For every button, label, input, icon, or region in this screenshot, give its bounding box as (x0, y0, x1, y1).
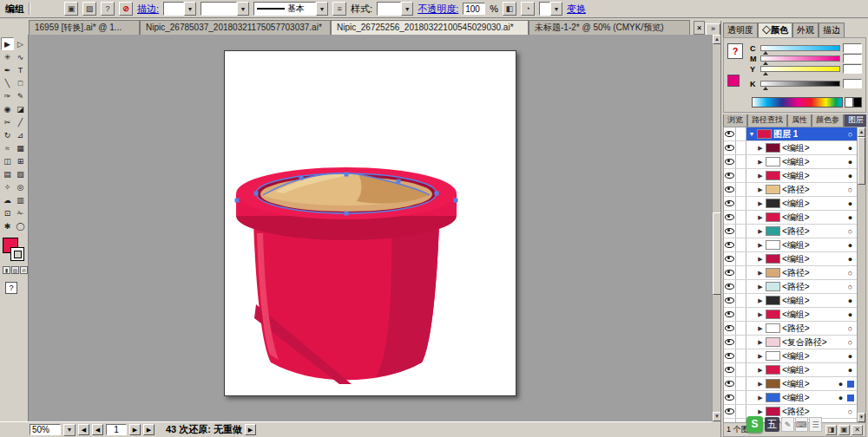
disclosure-triangle-icon[interactable]: ▶ (757, 145, 764, 152)
visibility-cell[interactable] (724, 391, 736, 404)
layer-content[interactable]: ▶<编组>● (746, 141, 857, 154)
first-artboard-button[interactable]: ◀ (78, 424, 89, 435)
stroke-weight-combo[interactable]: ▼ (163, 2, 196, 16)
current-color-swatch[interactable] (727, 75, 740, 87)
help-icon[interactable]: ? (101, 2, 115, 16)
visibility-cell[interactable] (724, 322, 736, 335)
lock-cell[interactable] (736, 266, 746, 279)
help-icon[interactable]: ? (5, 282, 17, 294)
layer-content[interactable]: ▶<编组>● (746, 363, 857, 376)
brush-definition-combo[interactable]: 基本▼ (253, 2, 328, 16)
selection-tool[interactable]: ▶ (1, 37, 14, 50)
gradient-mode-button[interactable]: ▧ (11, 266, 19, 274)
lock-cell[interactable] (736, 169, 746, 182)
layer-row[interactable]: ▶<编组>● (724, 197, 857, 211)
last-artboard-button[interactable]: ▶ (143, 424, 155, 435)
slider-thumb[interactable] (763, 87, 768, 90)
eye-icon[interactable] (725, 228, 734, 234)
artboard-number-input[interactable] (106, 424, 127, 435)
eraser-tool[interactable]: ◪ (14, 102, 27, 115)
layer-content[interactable]: ▶<编组>● (746, 238, 857, 251)
eye-icon[interactable] (725, 381, 734, 387)
target-icon[interactable]: ● (836, 394, 845, 402)
disclosure-triangle-icon[interactable]: ▶ (757, 339, 764, 346)
scroll-up-icon[interactable]: ▲ (858, 127, 865, 137)
layer-row[interactable]: ▶<编组>● (724, 391, 857, 405)
visibility-cell[interactable] (724, 266, 736, 279)
eyedropper-tool[interactable]: ✧ (1, 180, 14, 193)
opacity-input[interactable] (463, 3, 485, 15)
layer-content[interactable]: ▼图层 1○ (746, 127, 857, 140)
layer-content[interactable]: ▶<路径>○ (746, 266, 857, 279)
chevron-down-icon[interactable]: ▼ (63, 424, 76, 436)
visibility-cell[interactable] (724, 294, 736, 307)
gradient-tool[interactable]: ▧ (14, 167, 27, 180)
width-tool[interactable]: ≈ (1, 141, 14, 154)
disclosure-triangle-icon[interactable]: ▶ (757, 214, 764, 221)
rectangle-tool[interactable]: □ (14, 76, 27, 89)
pencil-icon[interactable]: ✎ (781, 417, 794, 432)
dock-tab[interactable]: 图层 (844, 114, 866, 127)
layer-row[interactable]: ▶<路径>○ (724, 280, 857, 294)
eye-icon[interactable] (725, 325, 734, 331)
target-icon[interactable]: ● (845, 310, 855, 319)
color-spectrum-bar[interactable] (752, 97, 843, 108)
target-icon[interactable]: ● (845, 255, 855, 264)
eye-icon[interactable] (725, 131, 734, 137)
lock-cell[interactable] (736, 238, 746, 251)
swatches-icon[interactable]: ▣ (64, 2, 78, 16)
artboard[interactable] (224, 50, 516, 396)
rotate-tool[interactable]: ↻ (1, 128, 14, 141)
slider-value-input[interactable] (843, 54, 862, 63)
eye-icon[interactable] (725, 242, 734, 248)
free-transform-tool[interactable]: ▦ (14, 141, 27, 154)
eye-icon[interactable] (725, 173, 734, 179)
target-icon[interactable]: ● (845, 366, 855, 375)
disclosure-triangle-icon[interactable]: ▶ (757, 395, 764, 401)
layer-row[interactable]: ▶<编组>● (724, 238, 857, 252)
layer-content[interactable]: ▶<编组>● (746, 155, 857, 168)
chevron-down-icon[interactable]: ▼ (237, 2, 249, 16)
eye-icon[interactable] (725, 256, 734, 262)
no-fill-icon[interactable]: ⊘ (119, 2, 133, 16)
layer-content[interactable]: ▶<编组>● (746, 391, 857, 404)
document-tab[interactable]: Nipic_26785037_20180321175057703037.ai* (140, 20, 331, 35)
visibility-cell[interactable] (724, 308, 736, 321)
layer-row[interactable]: ▶<路径>○ (724, 183, 857, 197)
next-artboard-button[interactable]: ▶ (129, 424, 141, 435)
paintbrush-tool[interactable]: ✑ (1, 89, 14, 102)
close-document-button[interactable]: ✕ (694, 21, 705, 35)
fill-proxy[interactable]: ? (727, 43, 743, 59)
dock-tab[interactable]: 浏览 (723, 114, 747, 127)
visibility-cell[interactable] (724, 377, 736, 390)
lock-cell[interactable] (736, 377, 746, 390)
visibility-cell[interactable] (724, 363, 736, 376)
target-icon[interactable]: ● (845, 241, 855, 250)
lock-cell[interactable] (736, 127, 746, 140)
disclosure-triangle-icon[interactable]: ▶ (757, 408, 764, 415)
eye-icon[interactable] (725, 186, 734, 192)
layer-row[interactable]: ▶<编组>● (724, 308, 857, 322)
eye-icon[interactable] (725, 270, 734, 276)
disclosure-triangle-icon[interactable]: ▶ (757, 173, 764, 179)
layer-content[interactable]: ▶<编组>● (746, 349, 857, 362)
layers-scrollbar[interactable]: ▲ ▼ (857, 127, 865, 422)
eye-icon[interactable] (725, 200, 734, 206)
knife-tool[interactable]: ╱ (14, 115, 27, 128)
visibility-cell[interactable] (724, 169, 736, 182)
target-icon[interactable]: ● (845, 199, 855, 208)
target-icon[interactable]: ○ (845, 283, 855, 291)
none-mode-button[interactable]: ⊘ (20, 266, 28, 274)
canvas-area[interactable] (29, 35, 712, 421)
lock-cell[interactable] (736, 336, 746, 349)
color-mode-button[interactable]: ▮ (3, 266, 10, 274)
visibility-cell[interactable] (724, 141, 736, 154)
mesh-tool[interactable]: ▤ (1, 167, 14, 180)
lock-cell[interactable] (736, 405, 746, 418)
eye-icon[interactable] (725, 159, 734, 165)
document-tab[interactable]: 16959 [转换].ai* @ 1... (29, 20, 140, 35)
zoom-tool[interactable]: ◯ (14, 219, 27, 232)
direct-selection-tool[interactable]: ▷ (14, 37, 27, 50)
document-tab[interactable]: 未标题-1-2* @ 50% (CMYK/预览) (529, 20, 690, 35)
eye-icon[interactable] (725, 408, 734, 414)
